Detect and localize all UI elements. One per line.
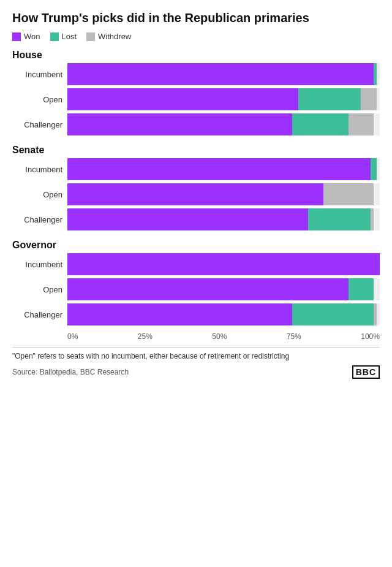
won-swatch	[12, 32, 21, 41]
row-label: Challenger	[12, 120, 67, 129]
bar-withdrew	[361, 88, 377, 110]
bar-won	[67, 88, 298, 110]
bar-lost	[298, 88, 361, 110]
bar-row-wrapper: Challenger	[12, 303, 380, 329]
x-tick: 50%	[212, 332, 227, 341]
bar-row-wrapper: Challenger	[12, 208, 380, 234]
legend-item-won: Won	[12, 32, 40, 41]
row-label: Incumbent	[12, 70, 67, 79]
withdrew-swatch	[86, 32, 95, 41]
chart-body: HouseIncumbentOpenChallengerSenateIncumb…	[12, 50, 380, 329]
row-label: Challenger	[12, 310, 67, 319]
bar-container	[67, 303, 380, 325]
row-label: Open	[12, 190, 67, 199]
bar-row: Challenger	[12, 208, 380, 230]
legend-lost-label: Lost	[62, 32, 77, 41]
x-tick: 0%	[67, 332, 78, 341]
row-label: Open	[12, 95, 67, 104]
bar-won	[67, 303, 292, 325]
legend-item-withdrew: Withdrew	[86, 32, 131, 41]
section-label-governor: Governor	[12, 240, 380, 251]
bar-row: Incumbent	[12, 63, 380, 85]
source-text: Source: Ballotpedia, BBC Research	[12, 368, 129, 376]
bar-lost	[308, 208, 371, 230]
x-tick: 25%	[138, 332, 153, 341]
footnote: "Open" refers to seats with no incumbent…	[12, 347, 380, 362]
bar-won	[67, 63, 374, 85]
bar-row-wrapper: Incumbent	[12, 253, 380, 278]
row-label: Open	[12, 285, 67, 294]
bar-won	[67, 158, 371, 180]
bar-withdrew	[349, 113, 374, 135]
bar-withdrew	[371, 208, 374, 230]
bar-lost	[349, 278, 374, 300]
section-label-house: House	[12, 50, 380, 61]
bar-won	[67, 183, 323, 205]
bar-row-wrapper: Open	[12, 183, 380, 208]
source-line: Source: Ballotpedia, BBC Research BBC	[12, 365, 380, 379]
bar-row: Open	[12, 183, 380, 205]
bar-container	[67, 253, 380, 275]
bar-lost	[292, 303, 374, 325]
section-house: HouseIncumbentOpenChallenger	[12, 50, 380, 139]
bar-lost	[292, 113, 349, 135]
bar-container	[67, 88, 380, 110]
bar-row: Open	[12, 88, 380, 110]
legend-withdrew-label: Withdrew	[98, 32, 131, 41]
bar-row-wrapper: Open	[12, 88, 380, 113]
x-axis: 0%25%50%75%100%	[67, 332, 380, 341]
bar-row: Challenger	[12, 113, 380, 135]
x-tick: 75%	[287, 332, 301, 341]
bar-lost	[374, 63, 377, 85]
legend-item-lost: Lost	[50, 32, 77, 41]
lost-swatch	[50, 32, 59, 41]
bar-won	[67, 113, 292, 135]
bar-row-wrapper: Incumbent	[12, 63, 380, 88]
bar-container	[67, 278, 380, 300]
bar-row-wrapper: Incumbent	[12, 158, 380, 183]
bar-container	[67, 208, 380, 230]
bar-withdrew	[323, 183, 374, 205]
bar-row-wrapper: Open	[12, 278, 380, 303]
bar-won	[67, 278, 349, 300]
bar-container	[67, 63, 380, 85]
row-label: Challenger	[12, 215, 67, 224]
section-senate: SenateIncumbentOpenChallenger	[12, 145, 380, 234]
x-tick: 100%	[361, 332, 380, 341]
bar-won	[67, 253, 380, 275]
legend-won-label: Won	[24, 32, 40, 41]
bar-won	[67, 208, 308, 230]
bar-row: Incumbent	[12, 158, 380, 180]
section-label-senate: Senate	[12, 145, 380, 156]
row-label: Incumbent	[12, 165, 67, 174]
bar-row-wrapper: Challenger	[12, 113, 380, 139]
bbc-logo: BBC	[352, 365, 380, 379]
legend: Won Lost Withdrew	[12, 32, 380, 41]
bar-withdrew	[374, 303, 377, 325]
section-governor: GovernorIncumbentOpenChallenger	[12, 240, 380, 329]
bar-row: Challenger	[12, 303, 380, 325]
bar-container	[67, 113, 380, 135]
bar-row: Open	[12, 278, 380, 300]
bar-container	[67, 158, 380, 180]
row-label: Incumbent	[12, 260, 67, 269]
bar-lost	[371, 158, 377, 180]
bar-row: Incumbent	[12, 253, 380, 275]
chart-title: How Trump's picks did in the Republican …	[12, 10, 380, 26]
bar-container	[67, 183, 380, 205]
